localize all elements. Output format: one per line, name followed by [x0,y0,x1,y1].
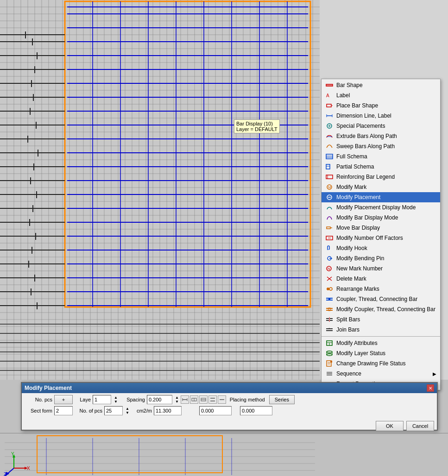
svg-rect-203 [327,227,330,229]
laye-up[interactable]: ▲ [114,395,118,400]
menu-item-split-bars[interactable]: Split Bars [322,314,440,325]
menu-item-extrude-bars[interactable]: Extrude Bars Along Path [322,131,440,141]
menu-item-modify-attributes[interactable]: Modify Attributes [322,338,440,348]
menu-item-rearrange-marks[interactable]: Rearrange Marks [322,284,440,294]
spacing-down[interactable]: ▼ [175,400,179,404]
bottom-navigation-area: Y X Z [0,433,448,476]
modify-coupler-icon [325,306,334,313]
full-schema-icon [325,153,334,160]
menu-item-place-bar-shape[interactable]: Place Bar Shape [322,100,440,111]
modify-placement-dialog: Modify Placement ✕ No. pcs + Laye ▲ ▼ Sp… [21,382,438,431]
modify-layer-icon [325,350,334,357]
laye-down[interactable]: ▼ [114,400,118,404]
label-icon: A [325,92,334,99]
menu-item-modify-mark[interactable]: M Modify Mark [322,182,440,192]
modify-hook-icon [325,244,334,252]
placing-method-button[interactable]: Series [269,395,295,404]
svg-text:M: M [328,185,331,189]
sequence-arrow: ▶ [433,371,436,376]
place-icon-4[interactable] [208,395,217,404]
no-of-pcs-input[interactable] [104,406,123,415]
menu-item-modify-placement[interactable]: Modify Placement [322,192,440,202]
unit-value-input[interactable] [154,406,182,415]
dialog-title: Modify Placement [25,385,72,391]
sequence-icon [325,370,334,377]
menu-item-modify-placement-display[interactable]: Modify Placement Display Mode [322,202,440,213]
menu-item-join-bars[interactable]: Join Bars [322,325,440,335]
menu-item-modify-coupler[interactable]: Modify Coupler, Thread, Connecting Bar [322,304,440,314]
placing-method-label: Placing method [228,397,267,402]
svg-point-213 [327,288,329,290]
svg-point-214 [329,288,332,290]
sweep-bars-icon [325,143,334,150]
place-bar-shape-icon [325,102,334,109]
menu-item-reinforcing-legend[interactable]: Reinforcing Bar Legend [322,172,440,182]
reinforcing-legend-icon [325,173,334,181]
bar-shape-icon [325,81,334,89]
drawing-area: Bar Display (10) Layer = DEFAULT [0,0,320,380]
laye-input[interactable] [93,395,111,404]
modify-number-off-icon [325,234,334,242]
no-pcs-plus-button[interactable]: + [54,395,73,404]
menu-item-dimension-line[interactable]: Dimension Line, Label [322,111,440,121]
menu-item-special-placements[interactable]: Special Placements [322,121,440,131]
menu-item-sequence[interactable]: Sequence ▶ [322,369,440,379]
svg-rect-252 [0,433,448,476]
context-menu[interactable]: Bar Shape A Label Place Bar Shape Dimens… [321,79,441,390]
svg-rect-195 [326,164,330,169]
laye-label: Laye [75,397,91,402]
menu-item-move-bar-display[interactable]: Move Bar Display [322,223,440,233]
place-icon-3[interactable] [199,395,208,404]
svg-point-232 [327,351,332,353]
modify-bending-pin-icon [325,255,334,262]
spacing-spinners[interactable]: ▲ ▼ [175,395,179,404]
menu-item-modify-hook[interactable]: Modify Hook [322,243,440,253]
spacing-up[interactable]: ▲ [175,395,179,400]
extrude-bars-icon [325,132,334,140]
no-of-pcs-label: No. of pcs [75,408,102,413]
placement-icons-row1 [181,395,226,404]
sect-form-label: Sect form [25,408,52,413]
dialog-close-button[interactable]: ✕ [427,384,434,392]
sect-form-input[interactable] [54,406,73,415]
menu-item-modify-bending-pin[interactable]: Modify Bending Pin [322,253,440,263]
svg-text:N: N [328,267,330,271]
modify-mark-icon: M [325,183,334,191]
new-mark-number-icon: N [325,265,334,272]
place-icon-5[interactable] [218,395,226,404]
menu-item-full-schema[interactable]: Full Schema [322,151,440,162]
menu-item-label[interactable]: A Label [322,90,440,100]
menu-separator-1 [322,336,440,337]
menu-item-modify-number-off[interactable]: Modify Number Off Factors [322,233,440,243]
menu-item-bar-shape[interactable]: Bar Shape [322,80,440,90]
no-of-pcs-down[interactable]: ▼ [126,411,129,415]
dimension-line-icon [325,112,334,119]
menu-item-new-mark-number[interactable]: N New Mark Number [322,263,440,274]
svg-rect-197 [326,175,333,179]
spacing-input[interactable] [147,395,172,404]
place-icon-2[interactable] [190,395,198,404]
place-icon-1[interactable] [181,395,189,404]
menu-item-modify-layer[interactable]: Modify Layer Status [322,348,440,358]
coupler-thread-icon [325,295,334,303]
move-bar-display-icon [325,224,334,232]
cancel-button[interactable]: Cancel [406,421,434,431]
svg-rect-192 [326,154,333,159]
no-of-pcs-spinners[interactable]: ▲ ▼ [126,407,129,415]
dialog-footer: OK Cancel [22,419,437,433]
menu-item-modify-bar-display[interactable]: Modify Bar Display Mode [322,213,440,223]
val1-input[interactable] [199,406,232,415]
join-bars-icon [325,326,334,333]
menu-item-sweep-bars[interactable]: Sweep Bars Along Path [322,141,440,151]
no-pcs-label: No. pcs [25,397,52,402]
val2-input[interactable] [240,406,272,415]
modify-placement-icon [325,194,334,201]
menu-item-change-drawing[interactable]: Change Drawing File Status [322,358,440,369]
no-of-pcs-up[interactable]: ▲ [126,407,129,411]
menu-item-partial-schema[interactable]: Partial Schema [322,162,440,172]
menu-item-delete-mark[interactable]: Delete Mark [322,274,440,284]
ok-button[interactable]: OK [376,421,404,431]
laye-spinners[interactable]: ▲ ▼ [114,395,118,404]
delete-mark-icon [325,275,334,282]
menu-item-coupler-thread[interactable]: Coupler, Thread, Connecting Bar [322,294,440,304]
